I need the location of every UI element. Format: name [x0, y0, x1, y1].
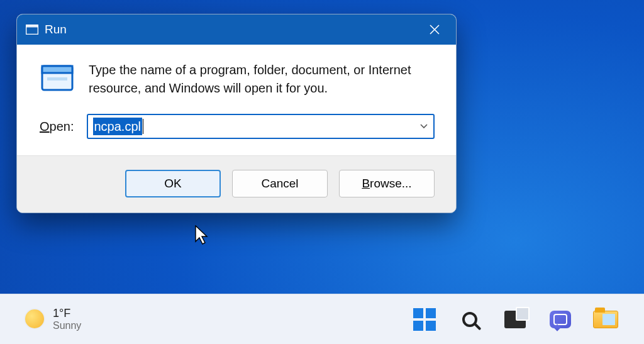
folder-icon: [593, 311, 618, 328]
file-explorer-button[interactable]: [592, 306, 619, 333]
open-row: Open: ncpa.cpl: [17, 106, 456, 155]
svg-marker-7: [196, 226, 207, 244]
dialog-body: Type the name of a program, folder, docu…: [17, 45, 456, 106]
search-button[interactable]: [457, 306, 483, 333]
chevron-down-icon[interactable]: [414, 121, 428, 132]
run-titlebar-icon: [26, 25, 38, 35]
svg-rect-6: [47, 77, 67, 80]
desktop-background: Run Type the name of a program, folder, …: [0, 0, 644, 344]
task-view-icon: [504, 311, 526, 328]
open-label-rest: pen:: [50, 119, 74, 133]
sun-icon: [25, 309, 44, 328]
taskbar-icons: [411, 306, 625, 333]
close-icon: [429, 24, 440, 35]
close-button[interactable]: [417, 14, 452, 45]
ok-button-label: OK: [164, 177, 181, 191]
taskbar: 1°F Sunny: [0, 294, 644, 344]
weather-temperature: 1°F: [53, 307, 81, 320]
run-icon: [40, 61, 75, 97]
run-dialog: Run Type the name of a program, folder, …: [16, 14, 457, 213]
open-combobox[interactable]: ncpa.cpl: [87, 114, 435, 139]
browse-button-label: Browse...: [362, 177, 411, 191]
open-label: Open:: [40, 119, 74, 134]
cancel-button[interactable]: Cancel: [232, 170, 328, 197]
open-input-value: ncpa.cpl: [93, 118, 143, 135]
mouse-cursor-icon: [195, 225, 211, 247]
dialog-description: Type the name of a program, folder, docu…: [89, 61, 435, 97]
weather-text: 1°F Sunny: [53, 307, 81, 331]
start-button[interactable]: [411, 306, 438, 333]
search-icon: [462, 312, 477, 327]
windows-logo-icon: [413, 308, 436, 331]
chat-button[interactable]: [547, 306, 574, 333]
chat-icon: [550, 311, 571, 328]
ok-button[interactable]: OK: [125, 170, 221, 197]
browse-button[interactable]: Browse...: [339, 170, 435, 197]
titlebar[interactable]: Run: [17, 14, 456, 45]
weather-widget[interactable]: 1°F Sunny: [25, 307, 81, 331]
button-strip: OK Cancel Browse...: [17, 155, 456, 213]
svg-rect-1: [26, 25, 38, 28]
cancel-button-label: Cancel: [261, 177, 298, 191]
open-label-accel: O: [40, 119, 50, 133]
text-caret: [143, 119, 143, 134]
svg-rect-5: [42, 66, 72, 73]
task-view-button[interactable]: [502, 306, 528, 333]
dialog-title: Run: [45, 23, 417, 36]
weather-condition: Sunny: [53, 320, 81, 331]
